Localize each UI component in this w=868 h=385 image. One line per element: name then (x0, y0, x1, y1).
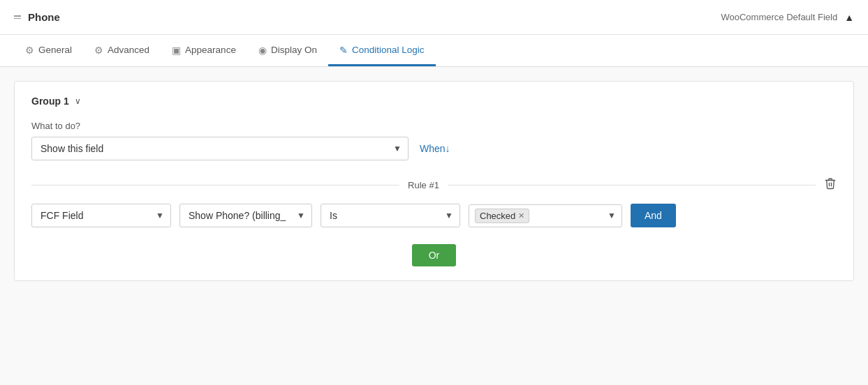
what-to-do-label: What to do? (31, 121, 837, 131)
field-header-left: Phone (14, 11, 60, 23)
conditional-logic-icon: ✎ (339, 45, 348, 56)
field-title: Phone (28, 11, 60, 23)
or-row: Or (31, 244, 837, 266)
tag-checked-label: Checked (480, 211, 515, 221)
group-chevron[interactable]: ∨ (75, 96, 81, 106)
tags-select-wrapper[interactable]: Checked ✕ ▼ (469, 204, 622, 227)
tab-display-on-label: Display On (271, 45, 317, 55)
rule-line-right (448, 185, 816, 186)
display-on-icon: ◉ (258, 45, 267, 56)
what-to-do-section: What to do? Show this field Hide this fi… (31, 121, 837, 160)
tab-conditional-logic[interactable]: ✎ Conditional Logic (328, 36, 436, 66)
tab-appearance[interactable]: ▣ Appearance (161, 36, 247, 66)
tab-advanced[interactable]: ⚙ Advanced (83, 36, 161, 66)
field-header: Phone WooCommerce Default Field ▲ (0, 0, 868, 35)
page-wrapper: Phone WooCommerce Default Field ▲ ⚙ Gene… (0, 0, 868, 385)
tag-checked: Checked ✕ (475, 209, 529, 223)
field-header-right: WooCommerce Default Field ▲ (721, 12, 854, 23)
operator-select-wrapper: Is Is Not ▼ (321, 204, 460, 227)
or-button[interactable]: Or (412, 244, 457, 266)
woo-default-label: WooCommerce Default Field (721, 12, 837, 22)
field-select[interactable]: FCF Field (31, 204, 171, 227)
delete-rule-icon[interactable] (824, 177, 837, 192)
action-select-wrapper: Show this field Hide this field ▼ (31, 137, 409, 160)
condition-select[interactable]: Show Phone? (billing_... (179, 204, 312, 227)
and-button[interactable]: And (631, 204, 676, 227)
tab-general[interactable]: ⚙ General (14, 36, 83, 66)
rule-title: Rule #1 (408, 180, 439, 190)
sort-icon[interactable] (14, 15, 21, 19)
rule-section: Rule #1 (31, 177, 837, 266)
advanced-icon: ⚙ (94, 45, 103, 56)
rule-header-row: Rule #1 (31, 177, 837, 192)
tags-dropdown-arrow[interactable]: ▼ (608, 211, 616, 220)
main-content: Group 1 ∨ What to do? Show this field Hi… (0, 67, 868, 385)
group-header: Group 1 ∨ (31, 96, 837, 107)
tabs-bar: ⚙ General ⚙ Advanced ▣ Appearance ◉ Disp… (0, 35, 868, 67)
group-title: Group 1 (31, 96, 69, 107)
action-row: Show this field Hide this field ▼ When↓ (31, 137, 837, 160)
tab-appearance-label: Appearance (185, 45, 236, 55)
condition-select-wrapper: Show Phone? (billing_... ▼ (179, 204, 312, 227)
tab-general-label: General (38, 45, 72, 55)
operator-select[interactable]: Is Is Not (321, 204, 460, 227)
field-select-wrapper: FCF Field ▼ (31, 204, 171, 227)
general-icon: ⚙ (25, 45, 34, 56)
rule-line-left (31, 185, 399, 186)
tab-display-on[interactable]: ◉ Display On (247, 36, 328, 66)
appearance-icon: ▣ (172, 45, 181, 56)
when-link[interactable]: When↓ (420, 143, 450, 154)
group-card: Group 1 ∨ What to do? Show this field Hi… (14, 81, 854, 281)
rule-row: FCF Field ▼ Show Phone? (billing_... ▼ (31, 204, 837, 227)
action-select[interactable]: Show this field Hide this field (31, 137, 409, 160)
tag-remove-icon[interactable]: ✕ (518, 211, 524, 220)
tab-advanced-label: Advanced (108, 45, 149, 55)
collapse-icon[interactable]: ▲ (844, 12, 854, 23)
tab-conditional-logic-label: Conditional Logic (352, 45, 425, 55)
